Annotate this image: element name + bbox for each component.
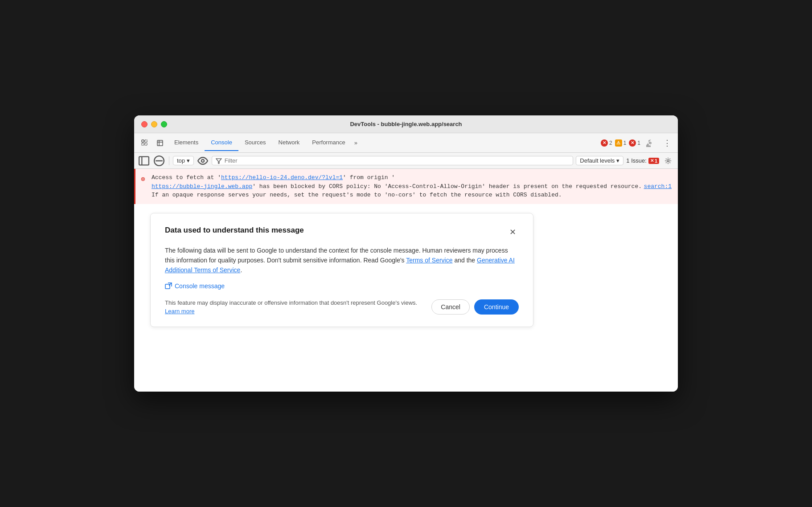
- svg-point-11: [201, 159, 204, 162]
- dialog-header: Data used to understand this message ✕: [165, 226, 519, 238]
- window-title: DevTools - bubble-jingle.web.app/search: [350, 121, 462, 127]
- log-level-label: Default levels: [580, 157, 615, 164]
- dialog-body: The following data will be sent to Googl…: [165, 245, 519, 275]
- settings-icon-button[interactable]: [643, 136, 657, 150]
- warning-count: 1: [623, 140, 627, 146]
- external-link-icon: [165, 282, 172, 290]
- context-selector[interactable]: top ▾: [173, 156, 194, 165]
- warning-badge: ⚠ 1: [615, 139, 627, 147]
- filter-icon: [216, 158, 222, 164]
- maximize-button[interactable]: [161, 121, 167, 127]
- svg-rect-4: [157, 140, 163, 146]
- error-badge: ✕ 2: [601, 139, 612, 147]
- error-count: 2: [609, 140, 612, 146]
- chevron-down-icon: ▾: [187, 157, 190, 164]
- console-settings-button[interactable]: [662, 155, 674, 167]
- issue-count-number: 1: [655, 158, 657, 164]
- footer-text: This feature may display inaccurate or o…: [165, 298, 426, 316]
- issue-count-badge: ✕ 1: [648, 158, 659, 164]
- learn-more-link[interactable]: Learn more: [165, 308, 194, 315]
- tab-sources[interactable]: Sources: [238, 135, 272, 151]
- dialog-overlay: Data used to understand this message ✕ T…: [134, 204, 678, 336]
- dialog-footer: This feature may display inaccurate or o…: [165, 298, 519, 316]
- main-toolbar: Elements Console Sources Network Perform…: [134, 133, 678, 153]
- error-source-link[interactable]: search:1: [644, 182, 672, 191]
- error-url-link[interactable]: https://hello-io-24.deno.dev/?lvl=1: [221, 174, 343, 181]
- svg-rect-0: [142, 140, 144, 142]
- toolbar-right: ✕ 2 ⚠ 1 ✕ 1 ⋮: [601, 136, 674, 150]
- console-message-label: Console message: [175, 282, 225, 290]
- traffic-lights: [141, 121, 167, 127]
- tos-link[interactable]: Terms of Service: [406, 257, 452, 264]
- eye-icon-button[interactable]: [197, 155, 209, 167]
- tab-bar: Elements Console Sources Network Perform…: [168, 135, 600, 151]
- issue-count-toolbar: 1: [637, 140, 640, 146]
- close-icon: ✕: [509, 227, 516, 237]
- log-level-selector[interactable]: Default levels ▾: [576, 156, 623, 165]
- svg-rect-3: [145, 143, 147, 145]
- context-label: top: [177, 157, 185, 164]
- dialog-close-button[interactable]: ✕: [506, 226, 519, 238]
- issue-icon: ✕: [629, 139, 636, 147]
- sidebar-toggle-button[interactable]: [138, 155, 150, 167]
- dialog-card: Data used to understand this message ✕ T…: [150, 213, 533, 327]
- error-entry: ⊗ Access to fetch at 'https://hello-io-2…: [134, 169, 678, 204]
- tab-elements[interactable]: Elements: [168, 135, 205, 151]
- filter-input[interactable]: [225, 157, 570, 164]
- svg-rect-1: [142, 143, 144, 145]
- inspect-icon-button[interactable]: [153, 136, 167, 150]
- close-button[interactable]: [141, 121, 148, 127]
- console-message-link[interactable]: Console message: [165, 282, 519, 290]
- console-content: ⊗ Access to fetch at 'https://hello-io-2…: [134, 169, 678, 392]
- tab-console[interactable]: Console: [205, 135, 238, 151]
- pointer-icon-button[interactable]: [138, 136, 152, 150]
- error-entry-icon: ⊗: [141, 174, 145, 185]
- svg-point-13: [667, 159, 669, 162]
- warning-icon: ⚠: [615, 139, 622, 147]
- issue-count-area: 1 Issue: ✕ 1: [626, 157, 659, 164]
- ai-tos-link[interactable]: Generative AI Additional Terms of Servic…: [165, 257, 515, 274]
- minimize-button[interactable]: [151, 121, 157, 127]
- dialog-title: Data used to understand this message: [165, 226, 304, 235]
- clear-console-button[interactable]: [153, 155, 165, 167]
- console-toolbar: top ▾ Default levels ▾ 1 Issue: ✕ 1: [134, 153, 678, 169]
- svg-marker-12: [216, 159, 221, 164]
- more-tabs-button[interactable]: »: [352, 135, 360, 151]
- error-icon: ✕: [601, 139, 608, 147]
- tab-performance[interactable]: Performance: [306, 135, 351, 151]
- cancel-button[interactable]: Cancel: [431, 299, 470, 315]
- tab-network[interactable]: Network: [272, 135, 306, 151]
- svg-rect-7: [139, 156, 149, 165]
- more-options-button[interactable]: ⋮: [660, 136, 674, 150]
- log-level-chevron-icon: ▾: [616, 157, 619, 164]
- continue-button[interactable]: Continue: [474, 299, 519, 315]
- devtools-window: DevTools - bubble-jingle.web.app/search …: [134, 115, 678, 392]
- error-origin-link[interactable]: https://bubble-jingle.web.app: [152, 183, 252, 190]
- svg-rect-2: [145, 140, 147, 142]
- title-bar: DevTools - bubble-jingle.web.app/search: [134, 115, 678, 133]
- toolbar-divider: [169, 156, 169, 165]
- issue-label: 1 Issue:: [626, 157, 647, 164]
- issue-badge-toolbar: ✕ 1: [629, 139, 640, 147]
- filter-bar[interactable]: [212, 156, 573, 165]
- footer-buttons: Cancel Continue: [431, 299, 519, 315]
